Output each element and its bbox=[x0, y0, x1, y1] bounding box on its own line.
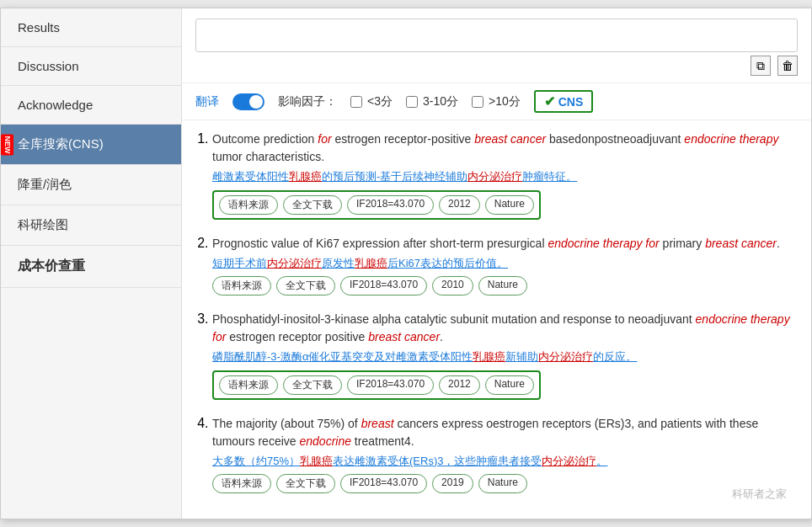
result-translation-3: 磷脂酰肌醇-3-激酶α催化亚基突变及对雌激素受体阳性乳腺癌新辅助内分泌治疗的反应… bbox=[212, 349, 798, 365]
tag-year-4[interactable]: 2019 bbox=[432, 474, 473, 493]
sidebar-label: Discussion bbox=[18, 59, 79, 73]
tag-if-4[interactable]: IF2018=43.070 bbox=[340, 474, 427, 493]
sidebar-label: 成本价查重 bbox=[18, 258, 85, 273]
sidebar-label: 科研绘图 bbox=[18, 217, 68, 232]
translate-label: 翻译 bbox=[195, 94, 219, 109]
sidebar-item------[interactable]: 降重/润色 bbox=[1, 165, 181, 205]
label-3-10: 3-10分 bbox=[423, 94, 458, 109]
tag-source-3[interactable]: 语料来源 bbox=[219, 375, 278, 395]
result-title-2: Prognostic value of Ki67 expression afte… bbox=[212, 235, 798, 253]
search-input[interactable] bbox=[195, 19, 798, 52]
cns-checkmark: ✔ bbox=[544, 93, 555, 109]
result-title-1: Outcome prediction for estrogen receptor… bbox=[212, 130, 798, 166]
tag-journal-3[interactable]: Nature bbox=[485, 375, 534, 395]
filter-3-10: 3-10分 bbox=[406, 94, 458, 109]
tag-source-2[interactable]: 语料来源 bbox=[212, 276, 271, 295]
results-list: Outcome prediction for estrogen receptor… bbox=[182, 120, 811, 519]
tag-if[interactable]: IF2018=43.070 bbox=[347, 195, 434, 215]
result-tags-1-boxed: 语料来源 全文下载 IF2018=43.070 2012 Nature bbox=[212, 190, 541, 220]
sidebar-item-Discussion[interactable]: Discussion bbox=[1, 47, 181, 86]
app-window: ResultsDiscussionAcknowledgeNEW全库搜索(CNS)… bbox=[0, 8, 812, 519]
copy-icon[interactable]: ⧉ bbox=[751, 56, 771, 76]
filter-row: 翻译 影响因子： <3分 3-10分 >10分 ✔ CNS bbox=[182, 83, 811, 120]
checkbox-gt10[interactable] bbox=[472, 96, 483, 108]
result-item-4: The majority (about 75%) of breast cance… bbox=[212, 415, 798, 494]
checkbox-lt3[interactable] bbox=[350, 96, 362, 108]
sidebar-item------[interactable]: 成本价查重 bbox=[1, 246, 181, 288]
filter-lt3: <3分 bbox=[350, 94, 393, 109]
result-title-3: Phosphatidyl-inositol-3-kinase alpha cat… bbox=[212, 311, 798, 346]
result-tags-3-boxed: 语料来源 全文下载 IF2018=43.070 2012 Nature bbox=[212, 370, 541, 400]
tag-if-2[interactable]: IF2018=43.070 bbox=[340, 276, 427, 295]
impact-label: 影响因子： bbox=[278, 94, 337, 109]
sidebar-item------CNS-[interactable]: NEW全库搜索(CNS) bbox=[1, 125, 181, 165]
result-translation-1: 雌激素受体阳性乳腺癌的预后预测-基于后续神经辅助内分泌治疗肿瘤特征。 bbox=[212, 168, 798, 185]
translate-toggle[interactable] bbox=[232, 93, 264, 110]
result-tags-4: 语料来源 全文下载 IF2018=43.070 2019 Nature bbox=[212, 474, 798, 493]
sidebar: ResultsDiscussionAcknowledgeNEW全库搜索(CNS)… bbox=[1, 8, 182, 519]
sidebar-item-----[interactable]: 科研绘图 bbox=[1, 205, 181, 246]
search-area: ⧉ 🗑 bbox=[182, 8, 811, 83]
result-tags-2: 语料来源 全文下载 IF2018=43.070 2010 Nature bbox=[212, 276, 798, 295]
tag-journal[interactable]: Nature bbox=[485, 195, 534, 215]
filter-gt10: >10分 bbox=[472, 94, 521, 109]
sidebar-item-Acknowledge[interactable]: Acknowledge bbox=[1, 86, 181, 125]
tag-year[interactable]: 2012 bbox=[439, 195, 480, 215]
tag-journal-4[interactable]: Nature bbox=[478, 474, 527, 493]
tag-journal-2[interactable]: Nature bbox=[478, 276, 527, 295]
cns-filter-box[interactable]: ✔ CNS bbox=[534, 90, 594, 113]
label-lt3: <3分 bbox=[367, 94, 393, 109]
tag-fulltext[interactable]: 全文下载 bbox=[283, 195, 342, 215]
tag-year-3[interactable]: 2012 bbox=[439, 375, 480, 395]
tag-if-3[interactable]: IF2018=43.070 bbox=[347, 375, 434, 395]
checkbox-3-10[interactable] bbox=[406, 96, 418, 108]
tag-source-4[interactable]: 语料来源 bbox=[212, 474, 271, 493]
label-gt10: >10分 bbox=[489, 94, 521, 109]
sidebar-label: 全库搜索(CNS) bbox=[18, 136, 104, 151]
result-translation-2: 短期手术前内分泌治疗原发性乳腺癌后Ki67表达的预后价值。 bbox=[212, 255, 798, 272]
sidebar-label: Acknowledge bbox=[18, 98, 93, 112]
tag-fulltext-4[interactable]: 全文下载 bbox=[276, 474, 335, 493]
tag-fulltext-2[interactable]: 全文下载 bbox=[276, 276, 335, 295]
result-item-2: Prognostic value of Ki67 expression afte… bbox=[212, 235, 798, 296]
result-item-3: Phosphatidyl-inositol-3-kinase alpha cat… bbox=[212, 311, 798, 400]
tag-fulltext-3[interactable]: 全文下载 bbox=[283, 375, 342, 395]
delete-icon[interactable]: 🗑 bbox=[777, 56, 798, 76]
main-content: ⧉ 🗑 翻译 影响因子： <3分 3-10分 >10分 bbox=[182, 8, 811, 519]
tag-source[interactable]: 语料来源 bbox=[219, 195, 278, 215]
result-title-4: The majority (about 75%) of breast cance… bbox=[212, 415, 798, 450]
result-item-1: Outcome prediction for estrogen receptor… bbox=[212, 130, 798, 220]
sidebar-label: Results bbox=[18, 20, 60, 35]
result-translation-4: 大多数（约75%）乳腺癌表达雌激素受体(ERs)3，这些肿瘤患者接受内分泌治疗。 bbox=[212, 453, 798, 470]
sidebar-label: 降重/润色 bbox=[18, 177, 72, 191]
sidebar-item-Results[interactable]: Results bbox=[1, 8, 181, 47]
tag-year-2[interactable]: 2010 bbox=[432, 276, 473, 295]
cns-label: CNS bbox=[558, 95, 584, 109]
